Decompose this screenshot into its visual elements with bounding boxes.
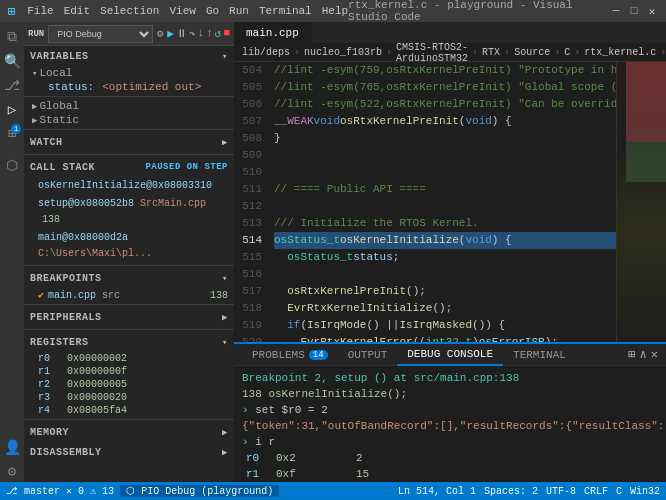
reg-val-r2: 0x00000005: [67, 379, 127, 390]
tab-debug-console[interactable]: DEBUG CONSOLE: [397, 344, 503, 366]
breadcrumb-part-3[interactable]: RTX: [482, 47, 500, 58]
peripherals-header[interactable]: PERIPHERALS ▶: [24, 307, 234, 327]
terminal-label: TERMINAL: [513, 349, 566, 361]
callstack-header[interactable]: CALL STACK PAUSED ON STEP: [24, 157, 234, 177]
panel-layout-icon[interactable]: ⊞: [628, 347, 635, 362]
reg-name-cell: r0: [242, 450, 272, 466]
register-item: r40x08005fa4: [24, 404, 234, 417]
activity-extensions[interactable]: ⊞: [1, 122, 23, 144]
activity-files[interactable]: ⧉: [1, 26, 23, 48]
panel-close-icon[interactable]: ✕: [651, 347, 658, 362]
debug-stepout-icon[interactable]: ↑: [206, 27, 213, 40]
registers-content: r00x00000002 r10x0000000f r20x00000005 r…: [24, 352, 234, 417]
status-eol[interactable]: CRLF: [584, 486, 608, 497]
debug-settings-icon[interactable]: ⚙: [157, 27, 164, 40]
activity-pio[interactable]: ⬡: [1, 154, 23, 176]
static-group[interactable]: ▶ Static: [24, 113, 234, 127]
menu-file[interactable]: File: [27, 5, 53, 17]
reg-val-r4: 0x08005fa4: [67, 405, 127, 416]
reg-name-cell: r1: [242, 466, 272, 482]
static-expand-icon: ▶: [32, 115, 37, 126]
memory-header[interactable]: MEMORY ▶: [24, 422, 234, 442]
status-spaces[interactable]: Spaces: 2: [484, 486, 538, 497]
code-area: 504505506507508 509510511512513 51451551…: [234, 62, 616, 342]
debug-stepover-icon[interactable]: ↷: [189, 27, 196, 40]
registers-header[interactable]: REGISTERS ▾: [24, 332, 234, 352]
activity-debug[interactable]: ▷: [1, 98, 23, 120]
activity-search[interactable]: 🔍: [1, 50, 23, 72]
status-right: Ln 514, Col 1 Spaces: 2 UTF-8 CRLF C Win…: [398, 486, 660, 497]
status-errors[interactable]: 0: [78, 486, 84, 497]
breadcrumb-part-4[interactable]: Source: [514, 47, 550, 58]
output-label: OUTPUT: [348, 349, 388, 361]
menu-go[interactable]: Go: [206, 5, 219, 17]
bottom-panel: PROBLEMS 14 OUTPUT DEBUG CONSOLE TERMINA…: [234, 342, 666, 482]
activity-settings[interactable]: ⚙: [1, 460, 23, 482]
minimize-button[interactable]: ─: [610, 5, 622, 17]
activity-git[interactable]: ⎇: [1, 74, 23, 96]
breadcrumb-part-2[interactable]: CMSIS-RTOS2-ArduinoSTM32: [396, 42, 468, 64]
prompt-arrow: ›: [242, 436, 255, 448]
menu-help[interactable]: Help: [322, 5, 348, 17]
status-encoding[interactable]: UTF-8: [546, 486, 576, 497]
callstack-item[interactable]: osKernelInitialize@0x08003310: [24, 177, 234, 195]
breakpoints-header[interactable]: BREAKPOINTS ▾: [24, 268, 234, 288]
variables-header[interactable]: VARIABLES ▾: [24, 46, 234, 66]
local-group[interactable]: ▾ Local: [24, 66, 234, 80]
debug-restart-icon[interactable]: ↺: [215, 27, 222, 40]
git-branch-icon: ⎇: [6, 485, 18, 497]
disassembly-header[interactable]: DISASSEMBLY ▶: [24, 442, 234, 462]
global-group[interactable]: ▶ Global: [24, 99, 234, 113]
panel-collapse-icon[interactable]: ∧: [640, 347, 647, 362]
breadcrumb-part-6[interactable]: rtx_kernel.c: [584, 47, 656, 58]
debug-stop-icon[interactable]: ■: [223, 27, 230, 40]
breadcrumb-part-5[interactable]: C: [564, 47, 570, 58]
debug-stepinto-icon[interactable]: ↓: [198, 27, 205, 40]
debug-config-select[interactable]: PIO Debug: [48, 25, 152, 43]
register-item: r10x0000000f: [24, 365, 234, 378]
main-area: ⧉ 🔍 ⎇ ▷ ⊞ ⬡ 👤 ⚙ RUN PIO Debug ⚙ ▶ ⏸: [0, 22, 666, 482]
callstack-label: CALL STACK: [30, 162, 95, 173]
menu-run[interactable]: Run: [229, 5, 249, 17]
debug-controls: ▶ ⏸ ↷ ↓ ↑ ↺ ■: [167, 27, 230, 40]
git-branch-label[interactable]: master: [24, 486, 60, 497]
callstack-items: osKernelInitialize@0x08003310 setup@0x08…: [24, 177, 234, 263]
watch-header[interactable]: WATCH ▶: [24, 132, 234, 152]
panel-text-2: set $r0 = 2: [255, 404, 328, 416]
status-platform[interactable]: Win32: [630, 486, 660, 497]
status-language[interactable]: C: [616, 486, 622, 497]
breadcrumb-sep: ›: [472, 47, 478, 58]
panel-line-1: 138 osKernelInitialize();: [242, 386, 658, 402]
disassembly-label: DISASSEMBLY: [30, 447, 102, 458]
code-editor[interactable]: 504505506507508 509510511512513 51451551…: [234, 62, 616, 342]
reg-val-r3: 0x00000020: [67, 392, 127, 403]
callstack-item[interactable]: setup@0x080052b8 SrcMain.cpp 138: [24, 195, 234, 229]
tab-main-cpp[interactable]: main.cpp: [234, 22, 312, 43]
reg-name-r4: r4: [38, 405, 63, 416]
status-warnings[interactable]: 13: [102, 486, 114, 497]
menu-selection[interactable]: Selection: [100, 5, 159, 17]
panel-line-4: › i r: [242, 434, 658, 450]
tab-terminal[interactable]: TERMINAL: [503, 344, 576, 366]
local-status-item: status: <optimized out>: [24, 80, 234, 94]
menu-view[interactable]: View: [169, 5, 195, 17]
callstack-item[interactable]: main@0x08000d2a C:\Users\Maxi\pl...: [24, 229, 234, 263]
tab-problems[interactable]: PROBLEMS 14: [242, 344, 338, 366]
menu-terminal[interactable]: Terminal: [259, 5, 312, 17]
maximize-button[interactable]: □: [628, 5, 640, 17]
status-position[interactable]: Ln 514, Col 1: [398, 486, 476, 497]
reg-name-r1: r1: [38, 366, 63, 377]
breakpoint-item[interactable]: ✔ main.cpp src 138: [24, 288, 234, 302]
breadcrumb-part-0[interactable]: lib/deps: [242, 47, 290, 58]
breadcrumb-sep: ›: [386, 47, 392, 58]
debug-continue-icon[interactable]: ▶: [167, 27, 174, 40]
tab-output[interactable]: OUTPUT: [338, 344, 398, 366]
variables-section: VARIABLES ▾ ▾ Local status: <optimized o…: [24, 46, 234, 127]
breadcrumb-part-1[interactable]: nucleo_f103rb: [304, 47, 382, 58]
menu-edit[interactable]: Edit: [64, 5, 90, 17]
close-button[interactable]: ✕: [646, 5, 658, 17]
debug-pause-icon[interactable]: ⏸: [176, 27, 187, 40]
activity-accounts[interactable]: 👤: [1, 436, 23, 458]
status-debug-label[interactable]: ⬡ PIO Debug (playground): [120, 485, 279, 497]
peripherals-collapse-icon: ▶: [222, 312, 228, 323]
